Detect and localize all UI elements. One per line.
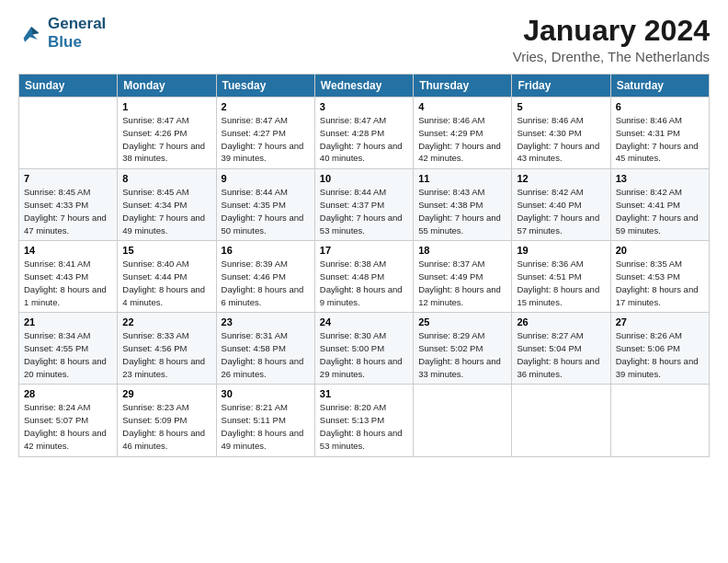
sunrise: Sunrise: 8:20 AM [320, 402, 386, 412]
sunrise: Sunrise: 8:42 AM [517, 187, 583, 197]
day-info: Sunrise: 8:39 AM Sunset: 4:46 PM Dayligh… [222, 258, 310, 308]
daylight: Daylight: 7 hours and 47 minutes. [24, 213, 107, 236]
table-row: 5 Sunrise: 8:46 AM Sunset: 4:30 PM Dayli… [512, 98, 610, 169]
daylight: Daylight: 8 hours and 39 minutes. [616, 356, 699, 379]
daylight: Daylight: 8 hours and 4 minutes. [122, 284, 205, 307]
sunrise: Sunrise: 8:45 AM [24, 187, 90, 197]
table-row: 28 Sunrise: 8:24 AM Sunset: 5:07 PM Dayl… [19, 385, 118, 456]
day-info: Sunrise: 8:34 AM Sunset: 4:55 PM Dayligh… [24, 329, 112, 380]
logo: General Blue [18, 15, 106, 52]
day-info: Sunrise: 8:26 AM Sunset: 5:06 PM Dayligh… [616, 329, 704, 380]
calendar-week-row: 28 Sunrise: 8:24 AM Sunset: 5:07 PM Dayl… [19, 385, 710, 456]
day-info: Sunrise: 8:21 AM Sunset: 5:11 PM Dayligh… [222, 401, 310, 452]
sunrise: Sunrise: 8:41 AM [24, 259, 90, 269]
calendar-week-row: 7 Sunrise: 8:45 AM Sunset: 4:33 PM Dayli… [19, 169, 710, 241]
table-row [19, 98, 118, 169]
day-number: 26 [517, 316, 605, 327]
sunset: Sunset: 4:26 PM [122, 128, 187, 138]
daylight: Daylight: 7 hours and 50 minutes. [222, 213, 304, 236]
sunset: Sunset: 4:58 PM [222, 343, 286, 353]
sunrise: Sunrise: 8:40 AM [122, 259, 188, 269]
day-number: 24 [320, 316, 408, 327]
table-row: 8 Sunrise: 8:45 AM Sunset: 4:34 PM Dayli… [118, 169, 216, 241]
day-info: Sunrise: 8:47 AM Sunset: 4:28 PM Dayligh… [320, 114, 408, 165]
sunset: Sunset: 4:29 PM [418, 128, 483, 138]
day-info: Sunrise: 8:30 AM Sunset: 5:00 PM Dayligh… [320, 329, 408, 380]
month-title: January 2024 [513, 15, 710, 47]
day-info: Sunrise: 8:42 AM Sunset: 4:41 PM Dayligh… [616, 186, 704, 236]
day-info: Sunrise: 8:46 AM Sunset: 4:30 PM Dayligh… [517, 114, 605, 165]
sunset: Sunset: 4:41 PM [616, 200, 680, 210]
daylight: Daylight: 7 hours and 42 minutes. [418, 141, 501, 164]
table-row: 3 Sunrise: 8:47 AM Sunset: 4:28 PM Dayli… [314, 98, 413, 169]
daylight: Daylight: 8 hours and 9 minutes. [320, 284, 403, 307]
sunset: Sunset: 5:06 PM [616, 343, 680, 353]
day-info: Sunrise: 8:38 AM Sunset: 4:48 PM Dayligh… [320, 258, 408, 308]
day-info: Sunrise: 8:46 AM Sunset: 4:29 PM Dayligh… [418, 114, 506, 165]
daylight: Daylight: 8 hours and 33 minutes. [418, 356, 501, 379]
col-header-sunday: Sunday [19, 75, 118, 98]
daylight: Daylight: 7 hours and 43 minutes. [517, 141, 599, 164]
day-number: 5 [517, 101, 605, 112]
sunset: Sunset: 4:34 PM [122, 200, 187, 210]
table-row: 19 Sunrise: 8:36 AM Sunset: 4:51 PM Dayl… [512, 241, 610, 313]
sunrise: Sunrise: 8:46 AM [418, 115, 484, 125]
daylight: Daylight: 8 hours and 53 minutes. [320, 428, 403, 451]
sunrise: Sunrise: 8:26 AM [616, 330, 682, 340]
logo-icon [18, 20, 44, 46]
daylight: Daylight: 8 hours and 46 minutes. [122, 428, 205, 451]
table-row: 20 Sunrise: 8:35 AM Sunset: 4:53 PM Dayl… [610, 241, 709, 313]
sunrise: Sunrise: 8:46 AM [517, 115, 583, 125]
daylight: Daylight: 8 hours and 1 minute. [24, 284, 107, 307]
sunrise: Sunrise: 8:43 AM [418, 187, 484, 197]
day-number: 23 [222, 316, 310, 327]
daylight: Daylight: 8 hours and 20 minutes. [24, 356, 107, 379]
daylight: Daylight: 7 hours and 53 minutes. [320, 213, 403, 236]
day-number: 3 [320, 101, 408, 112]
svg-marker-0 [24, 27, 40, 42]
table-row: 11 Sunrise: 8:43 AM Sunset: 4:38 PM Dayl… [414, 169, 512, 241]
daylight: Daylight: 8 hours and 29 minutes. [320, 356, 403, 379]
day-number: 1 [122, 101, 210, 112]
daylight: Daylight: 7 hours and 59 minutes. [616, 213, 699, 236]
sunset: Sunset: 4:43 PM [24, 271, 88, 282]
title-area: January 2024 Vries, Drenthe, The Netherl… [513, 15, 710, 64]
table-row: 21 Sunrise: 8:34 AM Sunset: 4:55 PM Dayl… [19, 313, 118, 385]
sunrise: Sunrise: 8:23 AM [122, 402, 188, 412]
day-number: 14 [24, 245, 112, 256]
table-row: 1 Sunrise: 8:47 AM Sunset: 4:26 PM Dayli… [118, 98, 216, 169]
day-number: 22 [122, 316, 210, 327]
day-number: 7 [24, 173, 112, 184]
sunrise: Sunrise: 8:33 AM [122, 330, 188, 340]
daylight: Daylight: 8 hours and 17 minutes. [616, 284, 699, 307]
daylight: Daylight: 7 hours and 57 minutes. [517, 213, 599, 236]
table-row: 9 Sunrise: 8:44 AM Sunset: 4:35 PM Dayli… [216, 169, 314, 241]
col-header-thursday: Thursday [414, 75, 512, 98]
sunset: Sunset: 4:33 PM [24, 200, 88, 210]
day-info: Sunrise: 8:27 AM Sunset: 5:04 PM Dayligh… [517, 329, 605, 380]
table-row: 30 Sunrise: 8:21 AM Sunset: 5:11 PM Dayl… [216, 385, 314, 456]
sunset: Sunset: 5:13 PM [320, 415, 384, 425]
sunrise: Sunrise: 8:31 AM [222, 330, 288, 340]
table-row: 2 Sunrise: 8:47 AM Sunset: 4:27 PM Dayli… [216, 98, 314, 169]
sunrise: Sunrise: 8:38 AM [320, 259, 386, 269]
day-info: Sunrise: 8:35 AM Sunset: 4:53 PM Dayligh… [616, 258, 704, 308]
table-row: 25 Sunrise: 8:29 AM Sunset: 5:02 PM Dayl… [414, 313, 512, 385]
table-row: 14 Sunrise: 8:41 AM Sunset: 4:43 PM Dayl… [19, 241, 118, 313]
sunrise: Sunrise: 8:37 AM [418, 259, 484, 269]
table-row: 24 Sunrise: 8:30 AM Sunset: 5:00 PM Dayl… [314, 313, 413, 385]
sunset: Sunset: 5:09 PM [122, 415, 187, 425]
day-info: Sunrise: 8:31 AM Sunset: 4:58 PM Dayligh… [222, 329, 310, 380]
sunrise: Sunrise: 8:47 AM [222, 115, 288, 125]
day-info: Sunrise: 8:41 AM Sunset: 4:43 PM Dayligh… [24, 258, 112, 308]
header: General Blue January 2024 Vries, Drenthe… [18, 15, 710, 64]
table-row [414, 385, 512, 456]
daylight: Daylight: 8 hours and 23 minutes. [122, 356, 205, 379]
daylight: Daylight: 7 hours and 45 minutes. [616, 141, 699, 164]
sunset: Sunset: 4:30 PM [517, 128, 581, 138]
page: General Blue January 2024 Vries, Drenthe… [0, 0, 728, 466]
sunset: Sunset: 4:27 PM [222, 128, 286, 138]
day-number: 19 [517, 245, 605, 256]
sunset: Sunset: 5:04 PM [517, 343, 581, 353]
sunset: Sunset: 4:49 PM [418, 271, 483, 282]
